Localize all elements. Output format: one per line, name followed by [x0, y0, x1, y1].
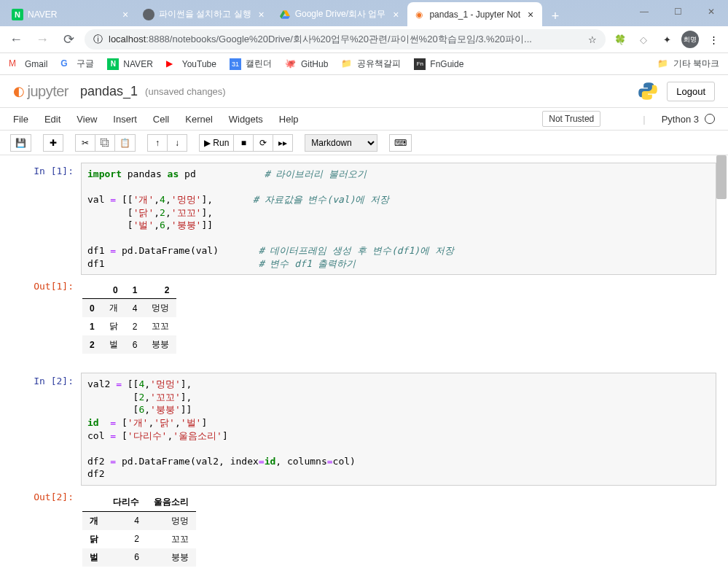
- in-prompt: In [1]:: [12, 163, 81, 275]
- table-row: 개4멍멍: [82, 511, 196, 530]
- close-icon[interactable]: ×: [120, 9, 131, 20]
- naver-icon: N: [107, 58, 119, 70]
- bookmark-google[interactable]: G구글: [60, 58, 94, 70]
- add-cell-button[interactable]: ✚: [43, 134, 63, 152]
- bookmarks-bar: MGmail G구글 NNAVER ▶YouTube 31캘린더 🐙GitHub…: [0, 53, 728, 75]
- jupyter-logo[interactable]: ◐ jupyter: [13, 83, 69, 100]
- save-button[interactable]: 💾: [10, 134, 31, 152]
- command-palette-button[interactable]: ⌨: [389, 134, 412, 152]
- bookmark-github[interactable]: 🐙GitHub: [285, 58, 328, 70]
- bookmark-gmail[interactable]: MGmail: [9, 58, 47, 70]
- kernel-status-icon: [705, 114, 715, 124]
- code-editor[interactable]: val2 = [[4,'멍멍'], [2,'꼬꼬'], [6,'붕붕']] id…: [81, 373, 716, 485]
- menu-file[interactable]: File: [13, 114, 28, 125]
- table-header: [82, 282, 102, 299]
- url-host: localhost: [109, 34, 146, 44]
- save-status: (unsaved changes): [145, 86, 226, 97]
- other-bookmarks[interactable]: 📁기타 북마크: [657, 58, 719, 70]
- evernote-extension[interactable]: 🍀: [611, 31, 629, 48]
- table-row: 2벌6붕붕: [82, 335, 176, 354]
- copy-button[interactable]: ⿻: [95, 134, 115, 152]
- bookmark-fnguide[interactable]: FnFnGuide: [414, 58, 463, 70]
- trust-badge[interactable]: Not Trusted: [542, 111, 600, 127]
- table-header: 2: [144, 282, 176, 299]
- menu-insert[interactable]: Insert: [113, 114, 137, 125]
- logout-button[interactable]: Logout: [667, 82, 715, 101]
- stop-button[interactable]: ■: [233, 134, 254, 152]
- table-header: [82, 493, 106, 512]
- github-icon: 🐙: [285, 58, 297, 70]
- bookmark-youtube[interactable]: ▶YouTube: [166, 58, 216, 70]
- fnguide-icon: Fn: [414, 58, 426, 70]
- jupyter-logo-icon: ◐: [13, 83, 25, 99]
- back-button[interactable]: ←: [6, 29, 26, 50]
- google-icon: G: [60, 58, 72, 70]
- close-icon[interactable]: ×: [525, 9, 536, 20]
- run-all-button[interactable]: ▸▸: [273, 134, 293, 152]
- menu-help[interactable]: Help: [279, 114, 299, 125]
- cell-input[interactable]: In [2]:val2 = [[4,'멍멍'], [2,'꼬꼬'], [6,'붕…: [0, 371, 728, 486]
- new-tab-button[interactable]: +: [545, 6, 565, 26]
- close-button[interactable]: ✕: [694, 0, 728, 23]
- bookmark-shared[interactable]: 📁공유책갈피: [341, 58, 401, 70]
- close-icon[interactable]: ×: [256, 9, 267, 20]
- tab-jupyter[interactable]: ◉ pandas_1 - Jupyter Not ×: [407, 2, 542, 26]
- minimize-button[interactable]: —: [627, 0, 661, 23]
- table-row: 벌6붕붕: [82, 548, 196, 567]
- tab-title: Google Drive/회사 업무: [295, 8, 386, 20]
- forward-button[interactable]: →: [32, 29, 52, 50]
- out-prompt: Out[1]:: [12, 278, 81, 358]
- python-icon: [638, 81, 658, 101]
- bookmark-calendar[interactable]: 31캘린더: [230, 58, 272, 70]
- jupyter-icon: ◉: [413, 9, 425, 20]
- kernel-indicator[interactable]: Python 3: [662, 114, 715, 125]
- browser-tabstrip: N NAVER × 파이썬을 설치하고 실행 × Google Drive/회사…: [0, 0, 728, 26]
- bookmark-naver[interactable]: NNAVER: [107, 58, 152, 70]
- tab-python-install[interactable]: 파이썬을 설치하고 실행 ×: [137, 2, 273, 26]
- restart-button[interactable]: ⟳: [253, 134, 273, 152]
- move-down-button[interactable]: ↓: [167, 134, 187, 152]
- cut-button[interactable]: ✂: [75, 134, 95, 152]
- gmail-icon: M: [9, 58, 20, 70]
- table-header: 다리수: [106, 493, 146, 512]
- tab-naver[interactable]: N NAVER ×: [6, 2, 137, 26]
- move-up-button[interactable]: ↑: [147, 134, 168, 152]
- jupyter-header: ◐ jupyter pandas_1 (unsaved changes) Log…: [0, 75, 728, 108]
- profile-avatar[interactable]: 희명: [681, 31, 699, 48]
- star-icon[interactable]: ☆: [588, 34, 597, 45]
- folder-icon: 📁: [657, 58, 669, 70]
- url-input[interactable]: ⓘ localhost:8888/notebooks/Google%20Driv…: [85, 29, 606, 50]
- tab-title: NAVER: [28, 9, 115, 20]
- menu-cell[interactable]: Cell: [153, 114, 169, 125]
- table-row: 닭2꼬꼬: [82, 530, 196, 548]
- cell-output: Out[1]:0120개4멍멍1닭2꼬꼬2벌6붕붕: [0, 276, 728, 360]
- dataframe-table: 다리수울음소리개4멍멍닭2꼬꼬벌6붕붕: [82, 493, 196, 567]
- close-icon[interactable]: ×: [390, 9, 402, 20]
- code-editor[interactable]: import pandas as pd # 라이브러리 불러오기 val = […: [81, 163, 716, 275]
- info-icon[interactable]: ⓘ: [93, 33, 103, 46]
- notebook-cells[interactable]: In [1]:import pandas as pd # 라이브러리 불러오기 …: [0, 155, 728, 579]
- drive-icon: [279, 9, 291, 20]
- maximize-button[interactable]: ☐: [661, 0, 694, 23]
- dataframe-table: 0120개4멍멍1닭2꼬꼬2벌6붕붕: [82, 282, 176, 354]
- shield-extension[interactable]: ◇: [635, 31, 652, 48]
- jupyter-toolbar: 💾 ✚ ✂ ⿻ 📋 ↑ ↓ ▶ Run ■ ⟳ ▸▸ Markdown: [0, 131, 728, 155]
- menu-widgets[interactable]: Widgets: [229, 114, 263, 125]
- extensions-button[interactable]: ✦: [658, 31, 676, 48]
- tab-google-drive[interactable]: Google Drive/회사 업무 ×: [273, 2, 408, 26]
- menu-view[interactable]: View: [77, 114, 97, 125]
- paste-button[interactable]: 📋: [114, 134, 136, 152]
- notebook-name[interactable]: pandas_1: [80, 84, 138, 99]
- scrollbar-thumb[interactable]: [716, 155, 727, 199]
- cell-type-select[interactable]: Markdown: [305, 134, 377, 152]
- menu-edit[interactable]: Edit: [44, 114, 60, 125]
- cell-output: Out[2]:다리수울음소리개4멍멍닭2꼬꼬벌6붕붕: [0, 487, 728, 572]
- run-button[interactable]: ▶ Run: [199, 134, 234, 152]
- cell-input[interactable]: In [1]:import pandas as pd # 라이브러리 불러오기 …: [0, 161, 728, 276]
- folder-icon: 📁: [341, 58, 353, 70]
- tab-title: pandas_1 - Jupyter Not: [429, 9, 520, 20]
- browser-menu[interactable]: ⋮: [705, 31, 722, 48]
- reload-button[interactable]: ⟳: [58, 29, 79, 50]
- menu-kernel[interactable]: Kernel: [185, 114, 213, 125]
- jupyter-menubar: File Edit View Insert Cell Kernel Widget…: [0, 108, 728, 131]
